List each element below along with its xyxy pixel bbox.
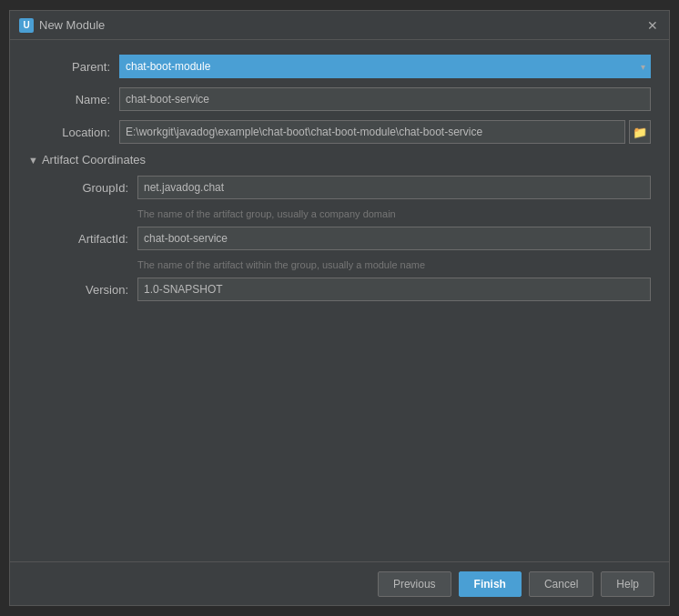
artifact-section-content: GroupId: The name of the artifact group,… [28, 176, 651, 301]
version-input[interactable] [137, 278, 651, 301]
cancel-button[interactable]: Cancel [529, 571, 593, 597]
artifactid-input[interactable] [137, 227, 651, 250]
location-input[interactable] [119, 120, 625, 144]
parent-row: Parent: chat-boot-module ▾ [28, 55, 651, 78]
parent-dropdown[interactable]: chat-boot-module [119, 55, 651, 78]
artifactid-label: ArtifactId: [46, 232, 137, 246]
name-row: Name: [28, 87, 651, 111]
artifactid-hint: The name of the artifact within the grou… [137, 259, 651, 270]
parent-label: Parent: [28, 60, 119, 74]
groupid-row: GroupId: [46, 176, 651, 199]
artifact-section-title: Artifact Coordinates [42, 153, 146, 167]
artifactid-row: ArtifactId: [46, 227, 651, 250]
groupid-hint: The name of the artifact group, usually … [137, 208, 651, 219]
folder-icon: 📁 [633, 126, 647, 139]
name-label: Name: [28, 93, 119, 106]
groupid-input[interactable] [137, 176, 651, 199]
parent-dropdown-wrapper: chat-boot-module ▾ [119, 55, 651, 78]
section-toggle-icon[interactable]: ▼ [28, 155, 38, 166]
groupid-label: GroupId: [46, 181, 137, 195]
dialog-footer: Previous Finish Cancel Help [10, 561, 669, 605]
help-button[interactable]: Help [601, 571, 654, 597]
finish-button[interactable]: Finish [459, 571, 522, 597]
close-button[interactable]: ✕ [645, 18, 660, 33]
name-input[interactable] [119, 87, 651, 111]
title-bar: U New Module ✕ [10, 11, 669, 40]
location-label: Location: [28, 126, 119, 139]
previous-button[interactable]: Previous [378, 571, 451, 597]
location-wrapper: 📁 [119, 120, 651, 144]
artifact-section-header: ▼ Artifact Coordinates [28, 153, 651, 167]
new-module-dialog: U New Module ✕ Parent: chat-boot-module … [9, 10, 670, 606]
browse-folder-button[interactable]: 📁 [629, 120, 651, 144]
location-row: Location: 📁 [28, 120, 651, 144]
app-icon: U [19, 18, 34, 33]
version-label: Version: [46, 283, 137, 297]
dialog-title: New Module [39, 18, 105, 32]
dialog-body: Parent: chat-boot-module ▾ Name: Locatio… [10, 40, 669, 561]
title-bar-left: U New Module [19, 18, 105, 33]
version-row: Version: [46, 278, 651, 301]
